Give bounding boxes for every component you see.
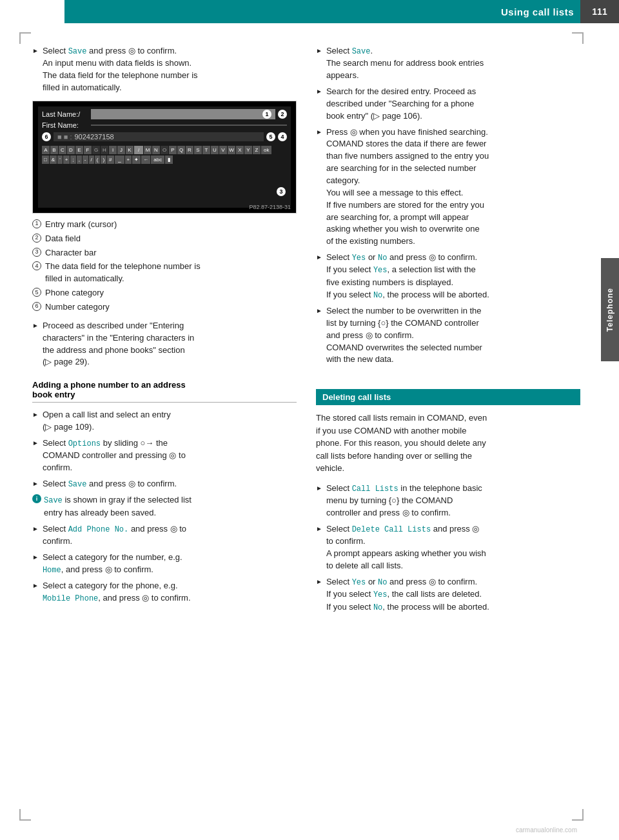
screen-row-lastname: Last Name:/ 1 2: [42, 109, 287, 119]
num-item-2: 2 Data field: [32, 233, 297, 245]
no-ref-del2: No: [373, 603, 382, 612]
save-ref-1: Save: [68, 47, 87, 56]
screen-firstname-label: First Name:: [42, 121, 87, 129]
bullet-delete-select-callists: ► Select Call Lists in the telephone bas…: [316, 483, 580, 519]
bullet-arrow-phonecat-icon: ►: [32, 581, 39, 591]
corner-decoration-br: [572, 809, 584, 821]
key-w: W: [228, 146, 235, 154]
corner-decoration-tl: [19, 32, 31, 44]
num-item-6: 6 Number category: [32, 301, 297, 314]
key-sym6: ,: [77, 155, 82, 164]
bullet-add-phone-no: ► Select Add Phone No. and press ◎ tocon…: [32, 523, 297, 548]
bullet-right-select-save-text: Select Save.The search menu for address …: [326, 45, 484, 82]
key-h: H: [101, 146, 108, 154]
key-sym5: ;: [70, 155, 75, 164]
adding-section-heading: Adding a phone number to an addressbook …: [32, 380, 297, 403]
save-ref-info: Save: [44, 496, 63, 505]
key-sym16: ▮: [165, 155, 173, 164]
key-abc: abc: [151, 155, 164, 164]
bullet-add-phone-no-text: Select Add Phone No. and press ◎ toconfi…: [43, 523, 186, 548]
bullet-select-category-text: Select a category for the number, e.g.Ho…: [43, 552, 182, 576]
bullet-arrow-options-icon: ►: [32, 439, 39, 448]
spacer: [316, 370, 580, 389]
key-q: Q: [177, 146, 185, 154]
options-ref: Options: [68, 439, 101, 448]
key-sym8: /: [89, 155, 94, 164]
bullet-right-search: ► Search for the desired entry. Proceed …: [316, 86, 580, 123]
bullet-select-options: ► Select Options by sliding ○→ theCOMAND…: [32, 437, 297, 474]
key-c: C: [59, 146, 66, 154]
bullet-arrow-roverwrite-icon: ►: [316, 306, 322, 316]
bullet-select-save-2-text: Select Save and press ◎ to confirm.: [43, 478, 177, 490]
home-ref: Home: [43, 566, 61, 575]
key-sym3: ': [57, 155, 63, 164]
circle-5: 5: [266, 132, 275, 141]
save-ref-2: Save: [68, 480, 87, 489]
deleting-intro: The stored call lists remain in COMAND, …: [316, 412, 580, 475]
key-a: A: [42, 146, 50, 154]
bullet-proceed: ► Proceed as described under "Entering c…: [32, 320, 297, 368]
bullet-select-phone-category: ► Select a category for the phone, e.g.M…: [32, 580, 297, 605]
watermark: carmanualonline.com: [516, 826, 577, 834]
key-o: O: [161, 146, 168, 154]
bullet-arrow-icon: ►: [32, 46, 39, 56]
key-n: N: [152, 146, 160, 154]
bullet-right-select-save: ► Select Save.The search menu for addres…: [316, 45, 580, 82]
yes-ref-del: Yes: [352, 578, 366, 587]
page-number: 111: [580, 0, 619, 23]
tel-prefix: ■ ■ :: [57, 133, 72, 141]
key-sym11: #: [107, 155, 113, 164]
key-l: /: [134, 146, 143, 154]
bullet-right-overwrite-text: Select the number to be overwritten in t…: [326, 305, 482, 366]
key-f: F: [84, 146, 92, 154]
circle-label-6: 6: [32, 302, 41, 311]
key-v: V: [219, 146, 227, 154]
side-tab-label: Telephone: [605, 288, 614, 332]
deleting-section-header: Deleting call lists: [316, 389, 580, 405]
key-k: K: [126, 146, 133, 154]
bullet-delete-yesno-text: Select Yes or No and press ◎ to confirm.…: [326, 576, 489, 614]
bullet-arrow-dcall-icon: ►: [316, 484, 322, 494]
circle-label-4: 4: [32, 261, 41, 270]
numbered-list: 1 Entry mark (cursor) 2 Data field 3 Cha…: [32, 219, 297, 314]
key-p: P: [169, 146, 177, 154]
key-i: I: [109, 146, 117, 154]
screen-tel-display: ■ ■ : 9024237158: [54, 132, 264, 141]
bullet-proceed-text: Proceed as described under "Entering cha…: [43, 320, 194, 368]
key-sym1: □: [42, 155, 49, 164]
num-text-5: Phone category: [45, 287, 104, 299]
bullet-arrow-proceed-icon: ►: [32, 321, 39, 331]
right-column: ► Select Save.The search menu for addres…: [316, 32, 580, 808]
bullet-arrow-open-icon: ►: [32, 410, 39, 420]
screen-firstname-field: [91, 125, 287, 126]
num-item-5: 5 Phone category: [32, 287, 297, 299]
bullet-select-category: ► Select a category for the number, e.g.…: [32, 552, 297, 576]
bullet-info-save: i Save is shown in gray if the selected …: [32, 494, 297, 519]
screen-row-number: 6 ■ ■ : 9024237158 5 4: [42, 132, 287, 141]
key-g: G: [92, 146, 100, 154]
yes-ref-del2: Yes: [373, 590, 388, 599]
key-t: T: [202, 146, 210, 154]
bullet-arrow-ryesno-icon: ►: [316, 253, 322, 263]
bullet-arrow-rsearch-icon: ►: [316, 87, 322, 97]
num-item-1: 1 Entry mark (cursor): [32, 219, 297, 231]
no-ref-1: No: [378, 254, 387, 263]
key-sym10: ): [101, 155, 106, 164]
image-caption: P82.87-2138-31: [249, 204, 291, 210]
bullet-select-save-text: Select Save and press ◎ to confirm. An i…: [43, 45, 198, 94]
screen-lastname-label: Last Name:/: [42, 110, 87, 118]
info-icon: i: [32, 494, 41, 503]
bullet-select-save-2: ► Select Save and press ◎ to confirm.: [32, 478, 297, 490]
main-content: ► Select Save and press ◎ to confirm. An…: [32, 32, 580, 808]
tel-number: 9024237158: [74, 133, 113, 141]
key-e: E: [75, 146, 83, 154]
screen-image: Last Name:/ 1 2 First Name: 6 ■ ■ :: [32, 101, 297, 214]
bullet-select-save: ► Select Save and press ◎ to confirm. An…: [32, 45, 297, 94]
bullet-open-call-list: ► Open a call list and select an entry(▷…: [32, 409, 297, 434]
bullet-arrow-addphone-icon: ►: [32, 525, 39, 534]
circle-label-1: 1: [32, 219, 41, 228]
bullet-arrow-dyesno-icon: ►: [316, 577, 322, 587]
num-text-3: Character bar: [45, 247, 96, 259]
screen-display: Last Name:/ 1 2 First Name: 6 ■ ■ :: [38, 106, 291, 208]
side-tab: Telephone: [601, 258, 619, 361]
